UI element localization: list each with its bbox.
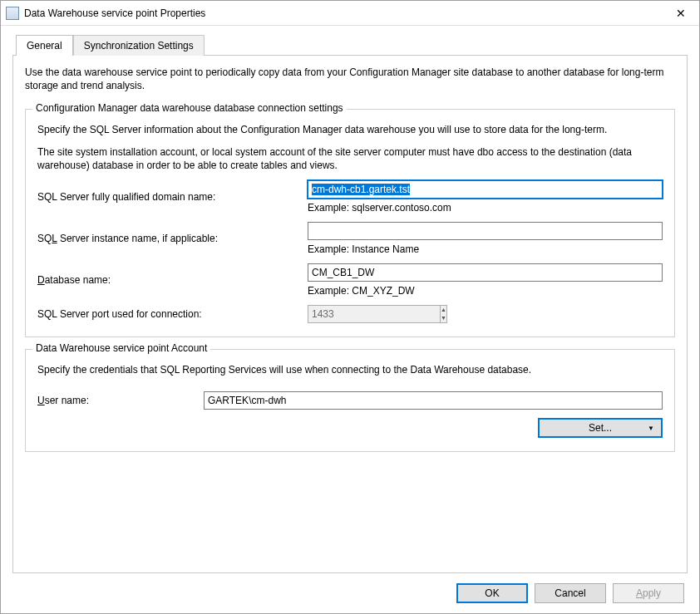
fqdn-row: SQL Server fully qualified domain name: … (37, 180, 663, 214)
titlebar: Data Warehouse service point Properties … (1, 1, 699, 26)
instance-hint: Example: Instance Name (308, 243, 663, 255)
account-desc: Specify the credentials that SQL Reporti… (37, 363, 663, 376)
database-row: Database name: Example: CM_XYZ_DW (37, 263, 663, 297)
tabstrip: General Synchronization Settings (12, 34, 688, 55)
dialog-window: Data Warehouse service point Properties … (0, 0, 700, 614)
chevron-up-icon[interactable]: ▲ (441, 306, 446, 314)
window-title: Data Warehouse service point Properties (24, 7, 662, 19)
set-button-label: Set... (589, 422, 612, 434)
instance-label: SQL Server instance name, if applicable: (37, 233, 308, 244)
close-button[interactable]: ✕ (662, 1, 699, 25)
app-icon (6, 7, 19, 20)
chevron-down-icon: ▼ (648, 425, 654, 432)
dialog-content: General Synchronization Settings Use the… (1, 26, 699, 613)
port-spinner[interactable]: ▲ ▼ (308, 305, 399, 323)
tab-panel-general: Use the data warehouse service point to … (12, 55, 688, 573)
connection-settings-title: Configuration Manager data warehouse dat… (32, 102, 347, 114)
fqdn-label: SQL Server fully qualified domain name: (37, 191, 308, 203)
port-row: SQL Server port used for connection: ▲ ▼ (37, 305, 663, 323)
username-label: User name: (37, 395, 204, 406)
set-button[interactable]: Set... ▼ (538, 418, 663, 438)
fqdn-input[interactable]: cm-dwh-cb1.gartek.tst (308, 180, 663, 199)
apply-button: Apply (613, 583, 684, 603)
port-spin-buttons[interactable]: ▲ ▼ (441, 305, 447, 323)
chevron-down-icon[interactable]: ▼ (441, 314, 446, 322)
cancel-button[interactable]: Cancel (535, 583, 606, 603)
tab-general[interactable]: General (16, 35, 73, 56)
dialog-button-row: OK Cancel Apply (12, 573, 688, 603)
fqdn-hint: Example: sqlserver.contoso.com (308, 202, 663, 214)
database-hint: Example: CM_XYZ_DW (308, 285, 663, 297)
ok-button[interactable]: OK (456, 583, 528, 603)
account-group-title: Data Warehouse service point Account (32, 342, 210, 354)
database-input[interactable] (308, 263, 663, 282)
port-input (308, 305, 441, 323)
database-label: Database name: (37, 274, 308, 286)
port-label: SQL Server port used for connection: (37, 308, 308, 320)
username-input[interactable] (204, 391, 663, 410)
intro-text: Use the data warehouse service point to … (25, 66, 675, 92)
connection-desc-2: The site system installation account, or… (37, 145, 663, 172)
instance-input[interactable] (308, 222, 663, 240)
connection-desc-1: Specify the SQL Server information about… (37, 123, 663, 136)
tab-synchronization-settings[interactable]: Synchronization Settings (73, 35, 205, 56)
username-row: User name: (37, 391, 663, 410)
account-group: Data Warehouse service point Account Spe… (25, 349, 675, 452)
connection-settings-group: Configuration Manager data warehouse dat… (25, 109, 675, 337)
instance-row: SQL Server instance name, if applicable:… (37, 222, 663, 255)
